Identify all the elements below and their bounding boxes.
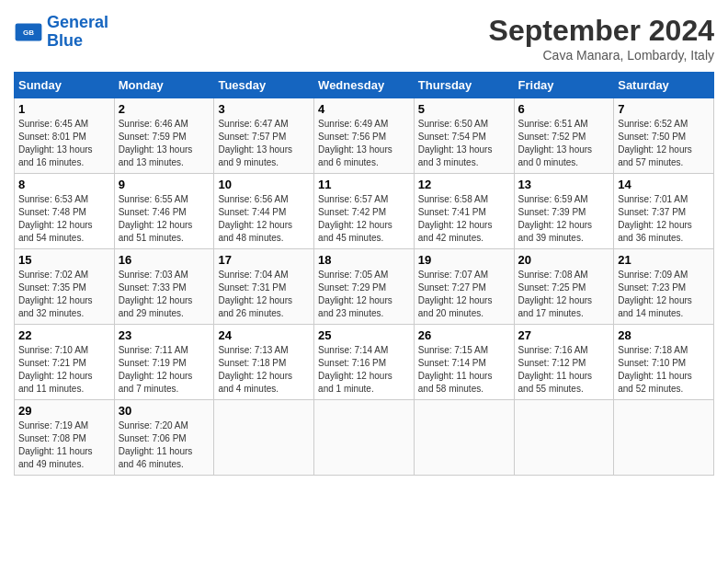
day-info: Sunrise: 6:59 AMSunset: 7:39 PMDaylight:… <box>518 194 593 243</box>
day-number: 7 <box>618 102 710 116</box>
table-row <box>414 400 514 476</box>
table-row: 2 Sunrise: 6:46 AMSunset: 7:59 PMDayligh… <box>114 98 214 174</box>
table-row <box>614 400 714 476</box>
table-row: 5 Sunrise: 6:50 AMSunset: 7:54 PMDayligh… <box>414 98 514 174</box>
table-row: 4 Sunrise: 6:49 AMSunset: 7:56 PMDayligh… <box>314 98 415 174</box>
day-number: 14 <box>618 178 710 191</box>
calendar-week-3: 15 Sunrise: 7:02 AMSunset: 7:35 PMDaylig… <box>15 249 714 325</box>
day-info: Sunrise: 7:09 AMSunset: 7:23 PMDaylight:… <box>618 270 692 318</box>
day-number: 19 <box>418 253 510 267</box>
calendar-week-2: 8 Sunrise: 6:53 AMSunset: 7:48 PMDayligh… <box>15 174 714 249</box>
day-info: Sunrise: 6:49 AMSunset: 7:56 PMDaylight:… <box>318 119 392 167</box>
table-row: 18 Sunrise: 7:05 AMSunset: 7:29 PMDaylig… <box>314 249 415 325</box>
table-row: 21 Sunrise: 7:09 AMSunset: 7:23 PMDaylig… <box>614 249 714 325</box>
table-row: 30 Sunrise: 7:20 AMSunset: 7:06 PMDaylig… <box>114 400 214 476</box>
day-info: Sunrise: 7:20 AMSunset: 7:06 PMDaylight:… <box>119 420 193 469</box>
day-number: 12 <box>418 178 510 191</box>
day-info: Sunrise: 6:45 AMSunset: 8:01 PMDaylight:… <box>18 119 93 167</box>
day-info: Sunrise: 7:16 AMSunset: 7:12 PMDaylight:… <box>518 345 593 394</box>
header: GB General Blue September 2024 Cava Mana… <box>14 14 714 63</box>
day-info: Sunrise: 6:55 AMSunset: 7:46 PMDaylight:… <box>119 194 193 243</box>
day-info: Sunrise: 6:50 AMSunset: 7:54 PMDaylight:… <box>418 119 493 167</box>
day-number: 20 <box>518 253 610 267</box>
header-saturday: Saturday <box>614 73 714 98</box>
day-number: 22 <box>18 328 110 342</box>
day-number: 30 <box>119 404 210 418</box>
day-info: Sunrise: 7:10 AMSunset: 7:21 PMDaylight:… <box>18 345 93 394</box>
day-info: Sunrise: 6:47 AMSunset: 7:57 PMDaylight:… <box>218 119 292 167</box>
header-thursday: Thursday <box>414 73 514 98</box>
day-info: Sunrise: 7:11 AMSunset: 7:19 PMDaylight:… <box>119 345 193 394</box>
day-number: 4 <box>318 102 410 116</box>
day-number: 11 <box>318 178 410 191</box>
header-wednesday: Wednesday <box>314 73 415 98</box>
day-info: Sunrise: 7:05 AMSunset: 7:29 PMDaylight:… <box>318 270 392 318</box>
day-number: 2 <box>119 102 210 116</box>
table-row: 26 Sunrise: 7:15 AMSunset: 7:14 PMDaylig… <box>414 325 514 400</box>
logo-line1: General <box>47 13 108 31</box>
weekday-header-row: Sunday Monday Tuesday Wednesday Thursday… <box>15 73 714 98</box>
day-info: Sunrise: 7:04 AMSunset: 7:31 PMDaylight:… <box>218 270 292 318</box>
table-row <box>314 400 415 476</box>
day-number: 1 <box>18 102 110 116</box>
day-number: 3 <box>218 102 310 116</box>
day-info: Sunrise: 7:02 AMSunset: 7:35 PMDaylight:… <box>18 270 93 318</box>
calendar-week-5: 29 Sunrise: 7:19 AMSunset: 7:08 PMDaylig… <box>15 400 714 476</box>
table-row: 10 Sunrise: 6:56 AMSunset: 7:44 PMDaylig… <box>214 174 314 249</box>
day-info: Sunrise: 6:51 AMSunset: 7:52 PMDaylight:… <box>518 119 593 167</box>
day-number: 6 <box>518 102 610 116</box>
table-row: 1 Sunrise: 6:45 AMSunset: 8:01 PMDayligh… <box>15 98 115 174</box>
table-row: 22 Sunrise: 7:10 AMSunset: 7:21 PMDaylig… <box>15 325 115 400</box>
day-info: Sunrise: 7:13 AMSunset: 7:18 PMDaylight:… <box>218 345 292 394</box>
table-row: 8 Sunrise: 6:53 AMSunset: 7:48 PMDayligh… <box>15 174 115 249</box>
day-info: Sunrise: 7:08 AMSunset: 7:25 PMDaylight:… <box>518 270 593 318</box>
day-number: 27 <box>518 328 610 342</box>
day-info: Sunrise: 6:53 AMSunset: 7:48 PMDaylight:… <box>18 194 93 243</box>
day-number: 24 <box>218 328 310 342</box>
table-row: 20 Sunrise: 7:08 AMSunset: 7:25 PMDaylig… <box>514 249 614 325</box>
table-row: 27 Sunrise: 7:16 AMSunset: 7:12 PMDaylig… <box>514 325 614 400</box>
day-info: Sunrise: 6:58 AMSunset: 7:41 PMDaylight:… <box>418 194 493 243</box>
table-row: 15 Sunrise: 7:02 AMSunset: 7:35 PMDaylig… <box>15 249 115 325</box>
table-row: 24 Sunrise: 7:13 AMSunset: 7:18 PMDaylig… <box>214 325 314 400</box>
day-number: 26 <box>418 328 510 342</box>
day-number: 25 <box>318 328 410 342</box>
day-number: 10 <box>218 178 310 191</box>
day-number: 18 <box>318 253 410 267</box>
day-number: 28 <box>618 328 710 342</box>
table-row: 11 Sunrise: 6:57 AMSunset: 7:42 PMDaylig… <box>314 174 415 249</box>
header-tuesday: Tuesday <box>214 73 314 98</box>
table-row: 28 Sunrise: 7:18 AMSunset: 7:10 PMDaylig… <box>614 325 714 400</box>
day-number: 8 <box>18 178 110 191</box>
table-row: 13 Sunrise: 6:59 AMSunset: 7:39 PMDaylig… <box>514 174 614 249</box>
day-number: 5 <box>418 102 510 116</box>
table-row: 6 Sunrise: 6:51 AMSunset: 7:52 PMDayligh… <box>514 98 614 174</box>
calendar-week-1: 1 Sunrise: 6:45 AMSunset: 8:01 PMDayligh… <box>15 98 714 174</box>
day-number: 13 <box>518 178 610 191</box>
calendar-table: Sunday Monday Tuesday Wednesday Thursday… <box>14 72 714 476</box>
day-info: Sunrise: 7:03 AMSunset: 7:33 PMDaylight:… <box>119 270 193 318</box>
day-number: 17 <box>218 253 310 267</box>
svg-text:GB: GB <box>23 29 34 37</box>
logo-icon: GB <box>14 17 43 47</box>
logo-line2: Blue <box>47 32 108 51</box>
table-row <box>214 400 314 476</box>
table-row: 23 Sunrise: 7:11 AMSunset: 7:19 PMDaylig… <box>114 325 214 400</box>
day-number: 23 <box>119 328 210 342</box>
day-number: 16 <box>119 253 210 267</box>
table-row: 9 Sunrise: 6:55 AMSunset: 7:46 PMDayligh… <box>114 174 214 249</box>
table-row: 7 Sunrise: 6:52 AMSunset: 7:50 PMDayligh… <box>614 98 714 174</box>
day-info: Sunrise: 6:56 AMSunset: 7:44 PMDaylight:… <box>218 194 292 243</box>
table-row <box>514 400 614 476</box>
day-number: 9 <box>119 178 210 191</box>
day-number: 29 <box>18 404 110 418</box>
table-row: 14 Sunrise: 7:01 AMSunset: 7:37 PMDaylig… <box>614 174 714 249</box>
header-monday: Monday <box>114 73 214 98</box>
header-sunday: Sunday <box>15 73 115 98</box>
calendar-week-4: 22 Sunrise: 7:10 AMSunset: 7:21 PMDaylig… <box>15 325 714 400</box>
day-info: Sunrise: 6:52 AMSunset: 7:50 PMDaylight:… <box>618 119 692 167</box>
table-row: 16 Sunrise: 7:03 AMSunset: 7:33 PMDaylig… <box>114 249 214 325</box>
day-info: Sunrise: 7:15 AMSunset: 7:14 PMDaylight:… <box>418 345 493 394</box>
day-info: Sunrise: 6:57 AMSunset: 7:42 PMDaylight:… <box>318 194 392 243</box>
day-number: 15 <box>18 253 110 267</box>
